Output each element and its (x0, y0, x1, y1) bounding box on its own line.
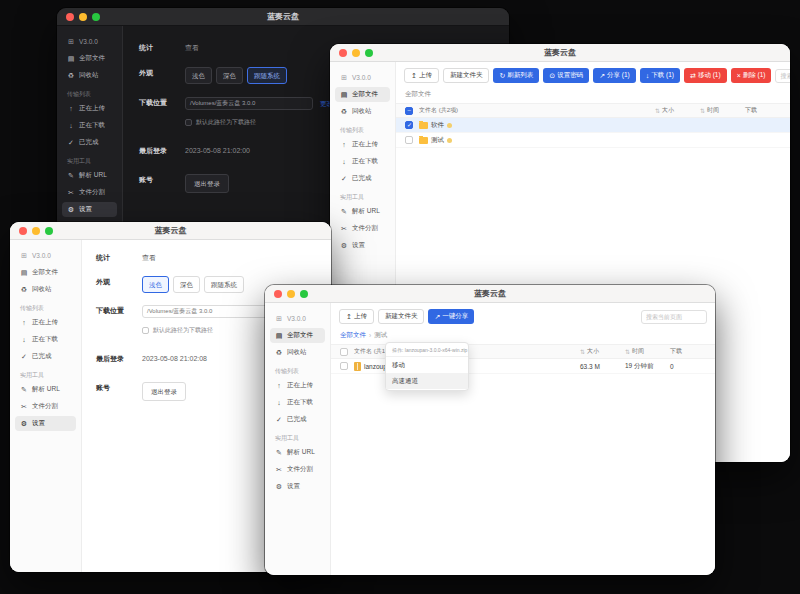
breadcrumb-item[interactable]: 全部文件 (340, 331, 366, 340)
one-click-share-button[interactable]: ↗一键分享 (428, 309, 474, 324)
size-column-header[interactable]: ⇅大小 (655, 106, 700, 115)
sidebar-item-recycle-bin[interactable]: ♻回收站 (270, 345, 325, 360)
logout-button[interactable]: 退出登录 (142, 382, 186, 401)
sidebar-item-completed[interactable]: ✓已完成 (15, 349, 76, 364)
theme-option-1[interactable]: 深色 (173, 276, 200, 293)
new-folder-button[interactable]: 新建文件夹 (443, 68, 490, 83)
time-column-header[interactable]: ⇅时间 (700, 106, 745, 115)
theme-option-0[interactable]: 浅色 (185, 67, 212, 84)
sidebar-item-file-split[interactable]: ✂文件分割 (335, 221, 390, 236)
breadcrumb-item[interactable]: 全部文件 (405, 90, 431, 99)
titlebar[interactable]: 蓝奏云盘 (10, 222, 331, 240)
sidebar-item-parse-url[interactable]: ✎解析 URL (62, 168, 117, 183)
sidebar-item-all-files[interactable]: ▤全部文件 (335, 87, 390, 102)
close-icon[interactable] (19, 227, 27, 235)
sidebar-item-completed[interactable]: ✓已完成 (335, 171, 390, 186)
theme-option-2[interactable]: 跟随系统 (204, 276, 244, 293)
stats-value[interactable]: 查看 (142, 252, 156, 264)
minimize-icon[interactable] (352, 49, 360, 57)
sidebar-item-version[interactable]: ⊞V3.0.0 (335, 70, 390, 85)
search-input[interactable] (641, 310, 707, 324)
close-icon[interactable] (274, 290, 282, 298)
sidebar-item-version[interactable]: ⊞V3.0.0 (62, 34, 117, 49)
file-row[interactable]: 测试 (396, 133, 790, 148)
button-label: 删除 (1) (743, 71, 766, 80)
size-column-header[interactable]: ⇅大小 (580, 347, 625, 356)
select-all-checkbox[interactable] (340, 348, 348, 356)
minimize-icon[interactable] (32, 227, 40, 235)
name-column-header[interactable]: 文件名 (共2项) (419, 106, 655, 115)
sidebar-item-recycle-bin[interactable]: ♻回收站 (62, 68, 117, 83)
sidebar-item-settings[interactable]: ⚙设置 (62, 202, 117, 217)
download-path-input[interactable]: /Volumes/蓝奏云盘 3.0.0 (185, 97, 313, 110)
theme-option-2[interactable]: 跟随系统 (247, 67, 287, 84)
titlebar[interactable]: 蓝奏云盘 (265, 285, 715, 303)
minimize-icon[interactable] (79, 13, 87, 21)
sidebar-item-all-files[interactable]: ▤全部文件 (62, 51, 117, 66)
time-column-header[interactable]: ⇅时间 (625, 347, 670, 356)
sidebar-item-parse-url[interactable]: ✎解析 URL (270, 445, 325, 460)
sidebar-item-version[interactable]: ⊞V3.0.0 (15, 248, 76, 263)
sidebar-item-settings[interactable]: ⚙设置 (270, 479, 325, 494)
share-button[interactable]: ↗分享 (1) (593, 68, 636, 83)
titlebar[interactable]: 蓝奏云盘 (330, 44, 790, 62)
file-row[interactable]: 软件 (396, 118, 790, 133)
row-checkbox[interactable] (340, 362, 348, 370)
upload-button[interactable]: ↥上传 (339, 309, 374, 324)
context-menu-item-fast-channel[interactable]: 高速通道 (386, 373, 468, 389)
stats-value[interactable]: 查看 (185, 42, 199, 54)
sidebar-item-uploading[interactable]: ↑正在上传 (62, 101, 117, 116)
fullscreen-icon[interactable] (300, 290, 308, 298)
sidebar-item-settings[interactable]: ⚙设置 (15, 416, 76, 431)
row-checkbox[interactable] (405, 136, 413, 144)
sidebar-item-parse-url[interactable]: ✎解析 URL (335, 204, 390, 219)
default-path-checkbox[interactable] (142, 327, 149, 334)
select-all-checkbox[interactable] (405, 107, 413, 115)
close-icon[interactable] (339, 49, 347, 57)
refresh-list-button[interactable]: ↻刷新列表 (493, 68, 539, 83)
titlebar[interactable]: 蓝奏云盘 (57, 8, 509, 26)
new-folder-button[interactable]: 新建文件夹 (378, 309, 425, 324)
theme-option-0[interactable]: 浅色 (142, 276, 169, 293)
upload-cloud-icon: ↥ (346, 313, 352, 320)
row-checkbox[interactable] (405, 121, 413, 129)
minimize-icon[interactable] (287, 290, 295, 298)
default-path-checkbox[interactable] (185, 119, 192, 126)
move-button[interactable]: ⇄移动 (1) (684, 68, 727, 83)
sidebar-item-label: 全部文件 (79, 54, 105, 63)
download-button[interactable]: ↓下载 (1) (640, 68, 680, 83)
set-password-button[interactable]: ⊙设置密码 (543, 68, 589, 83)
sidebar-item-downloading[interactable]: ↓正在下载 (15, 332, 76, 347)
sidebar-item-uploading[interactable]: ↑正在上传 (15, 315, 76, 330)
fullscreen-icon[interactable] (92, 13, 100, 21)
download-path-input[interactable]: /Volumes/蓝奏云盘 3.0.0 (142, 305, 270, 318)
logout-button[interactable]: 退出登录 (185, 174, 229, 193)
close-icon[interactable] (66, 13, 74, 21)
sidebar-item-file-split[interactable]: ✂文件分割 (62, 185, 117, 200)
sidebar-item-completed[interactable]: ✓已完成 (62, 135, 117, 150)
sidebar-item-completed[interactable]: ✓已完成 (270, 412, 325, 427)
sidebar-item-file-split[interactable]: ✂文件分割 (270, 462, 325, 477)
sidebar-item-uploading[interactable]: ↑正在上传 (270, 378, 325, 393)
sidebar-item-file-split[interactable]: ✂文件分割 (15, 399, 76, 414)
sidebar-item-label: 正在下载 (352, 157, 378, 166)
sidebar-item-all-files[interactable]: ▤全部文件 (15, 265, 76, 280)
sidebar-item-downloading[interactable]: ↓正在下载 (270, 395, 325, 410)
sidebar-item-recycle-bin[interactable]: ♻回收站 (15, 282, 76, 297)
fullscreen-icon[interactable] (45, 227, 53, 235)
sidebar-item-downloading[interactable]: ↓正在下载 (335, 154, 390, 169)
sidebar-item-label: 设置 (287, 482, 300, 491)
sidebar-item-downloading[interactable]: ↓正在下载 (62, 118, 117, 133)
upload-button[interactable]: ↥上传 (404, 68, 439, 83)
sidebar-item-version[interactable]: ⊞V3.0.0 (270, 311, 325, 326)
sidebar-item-all-files[interactable]: ▤全部文件 (270, 328, 325, 343)
sidebar-item-recycle-bin[interactable]: ♻回收站 (335, 104, 390, 119)
fullscreen-icon[interactable] (365, 49, 373, 57)
context-menu-item-move[interactable]: 移动 (386, 357, 468, 373)
sidebar-item-settings[interactable]: ⚙设置 (335, 238, 390, 253)
delete-button[interactable]: ×删除 (1) (731, 68, 772, 83)
sidebar-item-parse-url[interactable]: ✎解析 URL (15, 382, 76, 397)
search-input[interactable] (775, 69, 790, 83)
theme-option-1[interactable]: 深色 (216, 67, 243, 84)
sidebar-item-uploading[interactable]: ↑正在上传 (335, 137, 390, 152)
